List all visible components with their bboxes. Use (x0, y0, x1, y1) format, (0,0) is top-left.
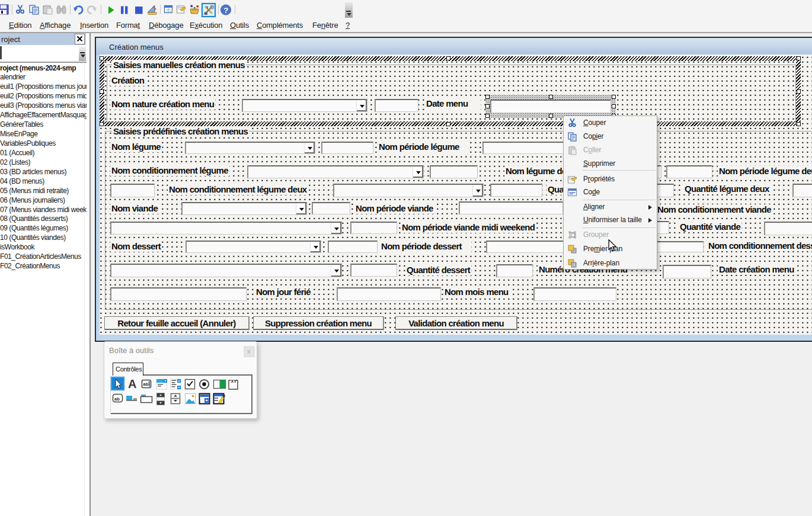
svg-text:XY: XY (231, 379, 237, 383)
svg-text:ab: ab (114, 396, 120, 402)
svg-text:A: A (128, 377, 136, 390)
svg-text:ab: ab (143, 382, 149, 387)
svg-text:?: ? (223, 6, 228, 15)
